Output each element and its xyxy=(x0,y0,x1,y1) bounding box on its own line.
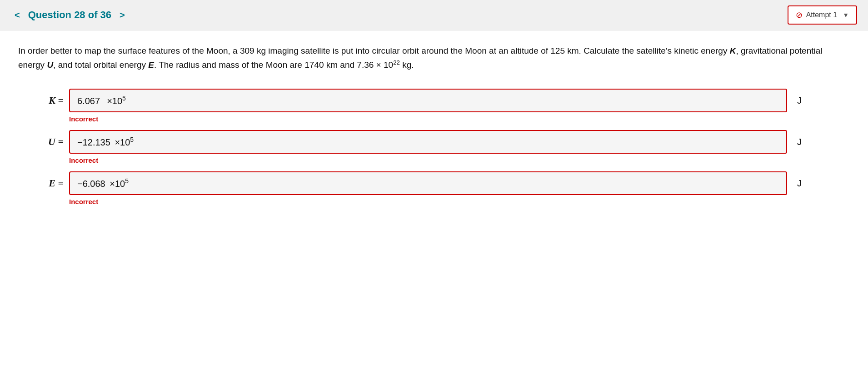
e-times: ×105 xyxy=(107,177,129,189)
answer-section: K = 6.067 ×105 J Incorrect U = −12.135 ×… xyxy=(18,89,850,206)
k-incorrect-label: Incorrect xyxy=(69,115,850,123)
u-times: ×105 xyxy=(112,136,134,148)
answer-row-k: K = 6.067 ×105 J xyxy=(36,89,850,112)
block-icon: ⊘ xyxy=(796,10,803,20)
nav-area: < Question 28 of 36 > xyxy=(11,8,129,22)
e-incorrect-label: Incorrect xyxy=(69,198,850,206)
attempt-button[interactable]: ⊘ Attempt 1 ▼ xyxy=(788,5,857,25)
k-number: 6.067 xyxy=(77,96,100,106)
e-value: −6.068 ×105 xyxy=(77,177,129,189)
k-times: ×105 xyxy=(102,95,126,106)
attempt-label: Attempt 1 xyxy=(806,11,837,19)
dropdown-arrow-icon: ▼ xyxy=(843,11,849,19)
k-label: K = xyxy=(36,95,64,106)
answer-row-u: U = −12.135 ×105 J xyxy=(36,130,850,154)
u-input[interactable]: −12.135 ×105 xyxy=(69,130,787,154)
e-label: E = xyxy=(36,177,64,189)
k-input[interactable]: 6.067 ×105 xyxy=(69,89,787,112)
e-unit: J xyxy=(797,178,806,189)
question-title: Question 28 of 36 xyxy=(28,9,111,21)
e-input[interactable]: −6.068 ×105 xyxy=(69,171,787,195)
header: < Question 28 of 36 > ⊘ Attempt 1 ▼ xyxy=(0,0,868,30)
question-text: In order better to map the surface featu… xyxy=(18,44,850,72)
u-number: −12.135 xyxy=(77,137,110,148)
page-container: < Question 28 of 36 > ⊘ Attempt 1 ▼ In o… xyxy=(0,0,868,371)
answer-row-e: E = −6.068 ×105 J xyxy=(36,171,850,195)
u-value: −12.135 ×105 xyxy=(77,136,134,148)
e-number: −6.068 xyxy=(77,179,105,189)
k-value: 6.067 ×105 xyxy=(77,95,126,106)
next-arrow-button[interactable]: > xyxy=(116,8,129,22)
u-label: U = xyxy=(36,136,64,148)
u-incorrect-label: Incorrect xyxy=(69,156,850,164)
k-unit: J xyxy=(797,95,806,106)
prev-arrow-button[interactable]: < xyxy=(11,8,24,22)
content-area: In order better to map the surface featu… xyxy=(0,30,868,371)
u-unit: J xyxy=(797,137,806,147)
